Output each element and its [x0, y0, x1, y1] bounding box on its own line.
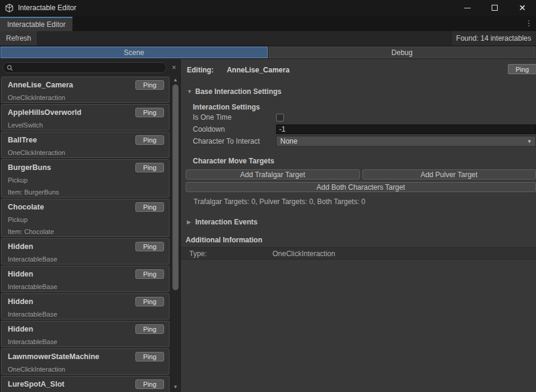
- item-ping-button[interactable]: Ping: [135, 108, 164, 117]
- minimize-button[interactable]: [453, 0, 481, 16]
- item-ping-button[interactable]: Ping: [135, 135, 164, 145]
- item-name: Hidden: [8, 269, 135, 278]
- view-tabs: Scene Debug: [0, 46, 536, 59]
- item-ping-button[interactable]: Ping: [135, 163, 164, 172]
- add-both-characters-target-button[interactable]: Add Both Characters Target: [186, 182, 536, 192]
- tab-debug[interactable]: Debug: [269, 47, 536, 58]
- window-title: Interactable Editor: [18, 4, 76, 12]
- item-type-label: OneClickInteraction: [8, 148, 164, 157]
- item-ping-button[interactable]: Ping: [135, 297, 164, 306]
- item-type-label: InteractableBase: [8, 338, 164, 346]
- scrollbar-thumb[interactable]: [172, 84, 178, 290]
- list-item[interactable]: Hidden Ping InteractableBase: [1, 266, 169, 292]
- interactables-panel: × AnneLise_Camera Ping OneClickInteracti…: [0, 59, 181, 392]
- item-type-label: Item: BurgerBuns: [8, 188, 164, 196]
- item-ping-button[interactable]: Ping: [135, 242, 164, 251]
- add-trafalgar-label: Add Trafalgar Target: [240, 171, 305, 179]
- minimize-icon: [464, 8, 471, 8]
- is-one-time-checkbox[interactable]: [276, 114, 284, 121]
- list-item[interactable]: Hidden Ping InteractableBase: [1, 321, 169, 347]
- cooldown-row: Cooldown: [193, 123, 536, 135]
- maximize-button[interactable]: [481, 0, 508, 16]
- item-ping-button[interactable]: Ping: [135, 202, 164, 212]
- tab-interactable-editor[interactable]: Interactable Editor: [0, 17, 72, 31]
- doc-tab-label: Interactable Editor: [7, 20, 65, 29]
- item-ping-label: Ping: [143, 109, 156, 116]
- close-icon: ✕: [519, 4, 526, 12]
- editor-tab-row: Interactable Editor ⋮: [0, 16, 536, 31]
- item-ping-button[interactable]: Ping: [135, 80, 164, 90]
- editing-label: Editing:: [187, 66, 214, 74]
- item-ping-label: Ping: [143, 353, 156, 360]
- tab-scene[interactable]: Scene: [1, 47, 268, 58]
- item-type-label: Pickup: [8, 215, 164, 224]
- item-name: BurgerBuns: [8, 163, 135, 172]
- tab-debug-label: Debug: [392, 48, 413, 57]
- item-type-label: Item: Chocolate: [8, 227, 164, 236]
- refresh-button[interactable]: Refresh: [0, 31, 38, 45]
- found-count-status: Found: 14 interactables: [451, 31, 536, 45]
- toolbar: Refresh Found: 14 interactables: [0, 31, 536, 46]
- character-to-interact-dropdown[interactable]: None ▼: [276, 136, 536, 147]
- search-field[interactable]: [2, 62, 166, 73]
- item-ping-button[interactable]: Ping: [135, 269, 164, 279]
- type-value: OneClickInteraction: [272, 250, 335, 258]
- cooldown-input[interactable]: [276, 124, 536, 134]
- unity-cube-icon: [5, 4, 14, 13]
- additional-information-header: Additional Information: [186, 236, 536, 244]
- item-ping-label: Ping: [143, 298, 156, 305]
- base-interaction-settings-foldout[interactable]: ▼ Base Interaction Settings: [187, 87, 536, 96]
- item-ping-button[interactable]: Ping: [135, 352, 164, 361]
- title-bar: Interactable Editor ✕: [0, 0, 536, 16]
- close-button[interactable]: ✕: [508, 0, 536, 16]
- main-content: × AnneLise_Camera Ping OneClickInteracti…: [0, 59, 536, 392]
- toolbar-spacer: [38, 31, 451, 45]
- item-ping-label: Ping: [143, 381, 156, 388]
- is-one-time-label: Is One Time: [193, 113, 276, 121]
- add-target-button-row: Add Trafalgar Target Add Pulver Target: [186, 169, 536, 180]
- interactable-list: AnneLise_Camera Ping OneClickInteraction…: [1, 77, 169, 392]
- item-ping-label: Ping: [143, 203, 156, 211]
- foldout-open-icon: ▼: [187, 89, 192, 95]
- list-item[interactable]: Hidden Ping InteractableBase: [1, 238, 169, 265]
- list-item[interactable]: LawnmowerStateMachine Ping OneClickInter…: [1, 348, 169, 375]
- item-ping-label: Ping: [143, 271, 156, 278]
- editor-panel: Editing: AnneLise_Camera Ping ▼ Base Int…: [181, 59, 536, 392]
- search-input[interactable]: [16, 64, 162, 71]
- is-one-time-row: Is One Time: [193, 111, 536, 123]
- editing-ping-button[interactable]: Ping: [508, 64, 536, 74]
- dropdown-selected-value: None: [280, 137, 298, 145]
- scroll-up-icon[interactable]: ▲: [171, 77, 180, 84]
- item-type-label: Pickup: [8, 176, 164, 184]
- character-to-interact-label: Character To Interact: [193, 137, 276, 145]
- list-item[interactable]: AppleHillsOverworld Ping LevelSwitch: [1, 104, 169, 130]
- found-count-text: Found: 14 interactables: [456, 34, 531, 42]
- tab-context-menu-icon[interactable]: ⋮: [524, 18, 534, 29]
- item-ping-label: Ping: [143, 326, 156, 333]
- list-item[interactable]: BallTree Ping OneClickInteraction: [1, 132, 169, 158]
- item-ping-button[interactable]: Ping: [135, 379, 164, 389]
- type-label: Type:: [189, 250, 272, 258]
- item-name: LawnmowerStateMachine: [8, 352, 135, 361]
- list-item[interactable]: AnneLise_Camera Ping OneClickInteraction: [1, 77, 169, 103]
- list-scrollbar[interactable]: ▲ ▼: [171, 77, 180, 392]
- list-item[interactable]: Hidden Ping InteractableBase: [1, 293, 169, 320]
- editing-target-name: AnneLise_Camera: [227, 66, 290, 74]
- interaction-events-foldout[interactable]: ▶ Interaction Events: [187, 218, 536, 226]
- interaction-settings-header: Interaction Settings: [193, 103, 536, 111]
- add-trafalgar-target-button[interactable]: Add Trafalgar Target: [186, 169, 360, 180]
- cooldown-label: Cooldown: [193, 125, 276, 133]
- add-pulver-target-button[interactable]: Add Pulver Target: [362, 169, 536, 180]
- scroll-down-icon[interactable]: ▼: [171, 384, 180, 391]
- list-item[interactable]: BurgerBuns Ping PickupItem: BurgerBuns: [1, 159, 169, 197]
- item-ping-button[interactable]: Ping: [135, 324, 164, 334]
- search-clear-button[interactable]: ×: [169, 63, 179, 73]
- item-name: AppleHillsOverworld: [8, 108, 135, 117]
- window-controls: ✕: [453, 0, 536, 16]
- list-item[interactable]: Chocolate Ping PickupItem: Chocolate: [1, 199, 169, 237]
- item-ping-label: Ping: [143, 243, 156, 250]
- add-pulver-label: Add Pulver Target: [420, 171, 477, 179]
- item-ping-label: Ping: [143, 81, 156, 89]
- list-item[interactable]: LureSpotA_Slot Ping OneClickInteraction: [1, 376, 169, 392]
- search-row: ×: [0, 59, 180, 76]
